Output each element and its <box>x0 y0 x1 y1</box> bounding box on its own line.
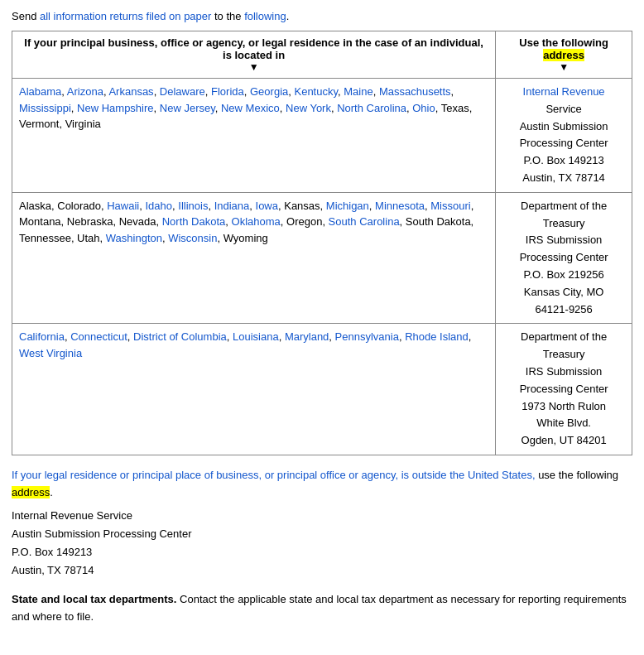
row2-address-cell: Department of the Treasury IRS Submissio… <box>496 192 632 324</box>
mailing-address-table: If your principal business, office or ag… <box>12 31 632 455</box>
outside-addr-line1: Internal Revenue Service <box>12 507 632 525</box>
row3-addr-line3: IRS Submission <box>526 365 602 378</box>
row3-addr-line7: Ogden, UT 84201 <box>521 434 607 446</box>
state-florida[interactable]: Florida <box>211 85 244 98</box>
outside-us-text: If your legal residence or principal pla… <box>12 467 632 502</box>
row2-states-cell: Alaska, Colorado, Hawaii, Idaho, Illinoi… <box>12 192 496 324</box>
row2-addr-line2: Treasury <box>543 217 585 229</box>
state-north-dakota[interactable]: North Dakota <box>162 215 226 228</box>
state-local-bold: State and local tax departments. <box>12 593 176 605</box>
outside-us-address: Internal Revenue Service Austin Submissi… <box>12 507 632 580</box>
state-local-text: State and local tax departments. Contact… <box>12 591 632 626</box>
state-new-hampshire[interactable]: New Hampshire <box>77 102 153 114</box>
state-maine[interactable]: Maine <box>344 85 372 98</box>
following-link[interactable]: following <box>244 10 286 22</box>
outside-addr-line2: Austin Submission Processing Center <box>12 525 632 543</box>
row3-addr-line1: Department of the <box>521 330 607 343</box>
state-new-york[interactable]: New York <box>286 102 331 114</box>
row2-addr-line4: Processing Center <box>520 251 608 263</box>
state-california[interactable]: California <box>19 330 65 343</box>
row1-addr-line6: Austin, TX 78714 <box>522 171 605 184</box>
row2-addr-line7: 64121-9256 <box>535 303 592 315</box>
state-mississippi[interactable]: Mississippi <box>19 102 71 114</box>
state-illinois[interactable]: Illinois <box>178 200 208 212</box>
row1-addr-line4: Processing Center <box>520 137 608 149</box>
state-arkansas[interactable]: Arkansas <box>108 85 153 98</box>
state-louisiana[interactable]: Louisiana <box>233 330 279 343</box>
col1-header-text: If your principal business, office or ag… <box>24 36 483 61</box>
state-kentucky[interactable]: Kentucky <box>294 85 338 98</box>
row1-address-cell: Internal Revenue Service Austin Submissi… <box>496 79 632 193</box>
row3-address-cell: Department of the Treasury IRS Submissio… <box>496 324 632 455</box>
state-south-carolina[interactable]: South Carolina <box>329 215 400 228</box>
row2-addr-line1: Department of the <box>521 200 607 212</box>
state-michigan[interactable]: Michigan <box>326 200 369 212</box>
col2-arrow: ▼ <box>502 61 625 73</box>
col2-header-address-highlight: address <box>543 49 584 61</box>
row3-addr-line6: White Blvd. <box>536 417 591 429</box>
state-new-mexico[interactable]: New Mexico <box>221 102 280 114</box>
outside-address-highlight: address <box>12 486 50 498</box>
outside-us-link[interactable]: If your legal residence or principal pla… <box>12 469 536 481</box>
row3-addr-line2: Treasury <box>543 348 585 360</box>
state-alabama[interactable]: Alabama <box>19 85 61 98</box>
state-rhode-island[interactable]: Rhode Island <box>405 330 469 343</box>
state-ohio[interactable]: Ohio <box>412 102 435 114</box>
row1-addr-line2: Service <box>545 103 581 115</box>
col2-header-text-prefix: Use the following <box>519 36 608 49</box>
state-delaware[interactable]: Delaware <box>160 85 205 98</box>
state-minnesota[interactable]: Minnesota <box>375 200 425 212</box>
state-local-section: State and local tax departments. Contact… <box>12 591 632 626</box>
row1-states-cell: Alabama, Arizona, Arkansas, Delaware, Fl… <box>12 79 496 193</box>
row1-addr-line3: Austin Submission <box>520 120 608 132</box>
col-header-address: Use the following address ▼ <box>496 31 632 79</box>
state-missouri[interactable]: Missouri <box>430 200 470 212</box>
state-iowa[interactable]: Iowa <box>256 200 278 212</box>
row3-addr-line4: Processing Center <box>520 383 608 395</box>
col1-arrow: ▼ <box>19 61 488 73</box>
state-new-jersey[interactable]: New Jersey <box>160 102 215 114</box>
state-north-carolina[interactable]: North Carolina <box>337 102 406 114</box>
state-connecticut[interactable]: Connecticut <box>70 330 127 343</box>
state-arizona[interactable]: Arizona <box>67 85 103 98</box>
row3-states-cell: California, Connecticut, District of Col… <box>12 324 496 455</box>
state-oklahoma[interactable]: Oklahoma <box>232 215 281 228</box>
state-pennsylvania[interactable]: Pennsylvania <box>335 330 399 343</box>
row2-addr-line6: Kansas City, MO <box>524 286 604 298</box>
state-idaho[interactable]: Idaho <box>145 200 172 212</box>
outside-addr-line3: P.O. Box 149213 <box>12 543 632 561</box>
state-west-virginia[interactable]: West Virginia <box>19 347 82 359</box>
state-hawaii[interactable]: Hawaii <box>107 200 139 212</box>
row2-addr-line3: IRS Submission <box>526 234 602 246</box>
row1-addr-line1[interactable]: Internal Revenue <box>523 85 605 98</box>
row3-addr-line5: 1973 North Rulon <box>521 400 606 412</box>
all-returns-link[interactable]: all information returns filed on paper <box>40 10 211 22</box>
state-wisconsin[interactable]: Wisconsin <box>168 232 217 244</box>
state-maryland[interactable]: Maryland <box>285 330 329 343</box>
state-massachusetts[interactable]: Massachusetts <box>379 85 451 98</box>
table-row: California, Connecticut, District of Col… <box>12 324 632 455</box>
state-washington[interactable]: Washington <box>106 232 162 244</box>
outside-addr-line4: Austin, TX 78714 <box>12 561 632 580</box>
state-georgia[interactable]: Georgia <box>250 85 288 98</box>
outside-us-section: If your legal residence or principal pla… <box>12 467 632 580</box>
table-row: Alaska, Colorado, Hawaii, Idaho, Illinoi… <box>12 192 632 324</box>
intro-text: Send all information returns filed on pa… <box>12 10 632 22</box>
row2-addr-line5: P.O. Box 219256 <box>523 268 603 281</box>
state-district-of-columbia[interactable]: District of Columbia <box>133 330 227 343</box>
table-row: Alabama, Arizona, Arkansas, Delaware, Fl… <box>12 79 632 193</box>
col-header-location: If your principal business, office or ag… <box>12 31 496 79</box>
row1-addr-line5: P.O. Box 149213 <box>523 154 603 166</box>
state-indiana[interactable]: Indiana <box>214 200 250 212</box>
